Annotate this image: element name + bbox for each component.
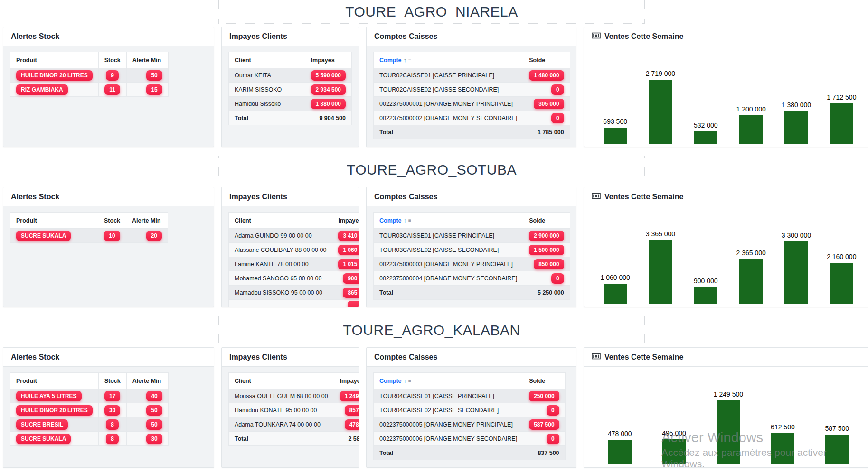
impayes-cell: 478 000: [334, 417, 359, 432]
bar[interactable]: [604, 284, 627, 304]
client-cell: Hamidou KONATE 95 00 00 00: [229, 403, 334, 417]
compte-sort-header[interactable]: Compte↑≡: [379, 56, 411, 64]
bar[interactable]: [649, 80, 672, 144]
panel-header: Impayes Clients: [222, 27, 359, 46]
ventes-semaine-panel: Ventes Cette Semaine1 060 0003 365 00090…: [584, 187, 868, 307]
client-cell: Lamine KANTE 78 00 00 00: [229, 257, 332, 271]
panel-title: Impayes Clients: [229, 193, 287, 201]
solde-cell: 0: [523, 403, 565, 417]
alerte-min-badge: 20: [146, 231, 162, 241]
panel-row: Alertes StockProduitStockAlerte MinHUILE…: [3, 27, 868, 147]
panel-title: Comptes Caisses: [374, 353, 437, 362]
bar[interactable]: [739, 259, 763, 304]
col-header-solde: Solde: [523, 213, 570, 229]
section-title: TOURE_AGRO_SOTUBA: [347, 162, 517, 178]
impayes-cell: 1 015 000: [332, 257, 359, 271]
table-row: TOUR04CAISSE01 [CAISSE PRINCIPALE]250 00…: [374, 389, 566, 403]
col-header-client: Client: [229, 373, 334, 389]
bar-value-label: 1 060 000: [601, 274, 630, 281]
bar[interactable]: [694, 131, 717, 144]
panel-body: Compte↑≡SoldeTOUR02CAISSE01 [CAISSE PRIN…: [367, 46, 576, 145]
solde-badge: 587 500: [529, 419, 559, 430]
table-row: TOUR03CAISSE02 [CAISSE SECONDAIRE]1 500 …: [374, 243, 570, 257]
bar[interactable]: [717, 400, 740, 464]
solde-cell: 1 500 000: [523, 243, 570, 257]
panel-header: Ventes Cette Semaine: [584, 27, 868, 46]
panel-title: Alertes Stock: [11, 193, 59, 201]
impayes-clients-table: ClientImpayesMoussa OUELEGUEM 68 00 00 0…: [228, 372, 359, 446]
impayes-badge: 1 380 000: [311, 99, 346, 109]
bar[interactable]: [649, 240, 672, 304]
ventes-bar-chart[interactable]: 1 060 0003 365 000900 0002 365 0003 300 …: [591, 223, 866, 304]
bar[interactable]: [662, 439, 686, 464]
panel-body: ClientImpayesMoussa OUELEGUEM 68 00 00 0…: [222, 367, 359, 452]
compte-sort-label: Compte: [379, 378, 402, 384]
col-header-client: Client: [229, 213, 332, 229]
table-header-row: ClientImpayes: [229, 213, 359, 229]
section-title-box: TOURE_AGRO_NIARELA: [218, 0, 645, 24]
solde-cell: 0: [523, 111, 570, 125]
alertes-stock-panel: Alertes StockProduitStockAlerte MinSUCRE…: [3, 187, 214, 307]
stock-cell: 8: [98, 417, 126, 432]
produit-badge: RIZ GAMBIAKA: [16, 84, 68, 95]
section-title: TOURE_AGRO_KALABAN: [343, 322, 520, 338]
bar[interactable]: [694, 287, 717, 304]
produit-cell: SUCRE SUKALA: [10, 432, 99, 446]
panel-title: Ventes Cette Semaine: [604, 193, 683, 201]
bar[interactable]: [771, 433, 794, 464]
impayes-badge: 1 060 000: [338, 245, 359, 255]
ventes-bar-chart[interactable]: 693 5002 719 000532 0001 200 0001 380 00…: [591, 62, 866, 144]
produit-cell: RIZ GAMBIAKA: [10, 83, 99, 97]
compte-sort-header[interactable]: Compte↑≡: [379, 217, 411, 224]
bar[interactable]: [604, 128, 627, 144]
impayes-cell: 1 249 500: [334, 389, 359, 403]
panel-header: Alertes Stock: [3, 27, 214, 46]
produit-badge: HUILE DINOR 20 LITRES: [16, 405, 93, 416]
bar-value-label: 1 249 500: [714, 390, 743, 398]
sort-list-icon: ≡: [408, 378, 411, 383]
bar-value-label: 2 160 000: [827, 253, 856, 260]
table-row: RIZ GAMBIAKA1115: [10, 83, 169, 97]
panel-body: 693 5002 719 000532 0001 200 0001 380 00…: [584, 46, 868, 147]
compte-sort-label: Compte: [379, 217, 402, 224]
stock-cell: 17: [98, 389, 126, 403]
bar[interactable]: [739, 115, 763, 144]
produit-badge: HUILE AYA 5 LITRES: [16, 391, 82, 401]
panel-header: Impayes Clients: [222, 348, 359, 367]
chart-column: 900 000: [683, 223, 728, 304]
bar[interactable]: [784, 241, 808, 304]
sort-arrow-icon: ↑: [404, 217, 407, 224]
total-label-cell: Total: [374, 446, 523, 460]
bar[interactable]: [830, 263, 853, 304]
impayes-clients-table: ClientImpayesAdama GUINDO 99 00 00 003 4…: [228, 212, 359, 307]
ventes-semaine-panel: Ventes Cette Semaine478 000495 0001 249 …: [584, 347, 868, 468]
chart-column: 2 365 000: [728, 223, 774, 304]
chart-column: 478 000: [593, 383, 647, 464]
bar[interactable]: [830, 103, 853, 144]
alertes-stock-panel: Alertes StockProduitStockAlerte MinHUILE…: [3, 347, 214, 468]
solde-badge: 1 480 000: [529, 70, 564, 81]
compte-sort-header[interactable]: Compte↑≡: [379, 377, 411, 384]
solde-badge: 0: [547, 434, 559, 444]
impayes-cell: 1 380 000: [305, 97, 351, 111]
ventes-bar-chart[interactable]: 478 000495 0001 249 500612 500587 500: [591, 383, 866, 464]
solde-badge: 0: [547, 405, 559, 416]
bar[interactable]: [608, 440, 632, 464]
compte-cell: TOUR02CAISSE01 [CAISSE PRINCIPALE]: [374, 68, 523, 83]
impayes-clients-panel: Impayes ClientsClientImpayesMoussa OUELE…: [221, 347, 359, 468]
solde-cell: 2 900 000: [523, 229, 570, 243]
table-row: 0022375000003 [ORANGE MONEY PRINCIPALE]8…: [374, 257, 570, 271]
panel-body: ProduitStockAlerte MinHUILE AYA 5 LITRES…: [3, 367, 214, 452]
impayes-cell: 857 500: [334, 403, 359, 417]
impayes-badge: [348, 301, 359, 307]
comptes-caisses-table: Compte↑≡SoldeTOUR02CAISSE01 [CAISSE PRIN…: [373, 52, 570, 139]
compte-cell: 0022375000003 [ORANGE MONEY PRINCIPALE]: [374, 257, 523, 271]
bar[interactable]: [784, 111, 808, 144]
bar-value-label: 478 000: [608, 430, 632, 437]
table-row: HUILE AYA 5 LITRES1740: [10, 389, 169, 403]
bar[interactable]: [825, 435, 849, 464]
produit-badge: SUCRE BRESIL: [16, 419, 68, 430]
bar-value-label: 900 000: [694, 277, 718, 285]
table-row: SUCRE BRESIL850: [10, 417, 169, 432]
total-row: Total9 904 500: [229, 111, 352, 125]
